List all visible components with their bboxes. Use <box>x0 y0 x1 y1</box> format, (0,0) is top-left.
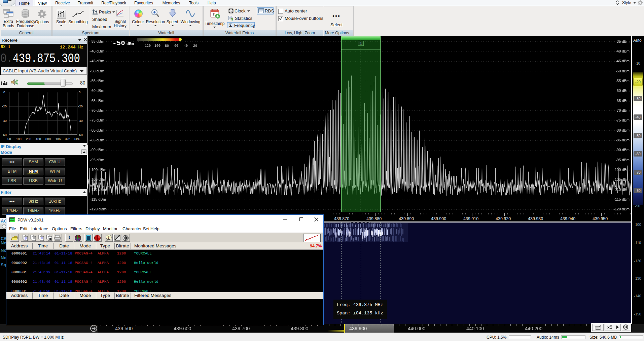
svg-text:?: ? <box>108 235 110 239</box>
svg-text:9: 9 <box>231 18 233 21</box>
